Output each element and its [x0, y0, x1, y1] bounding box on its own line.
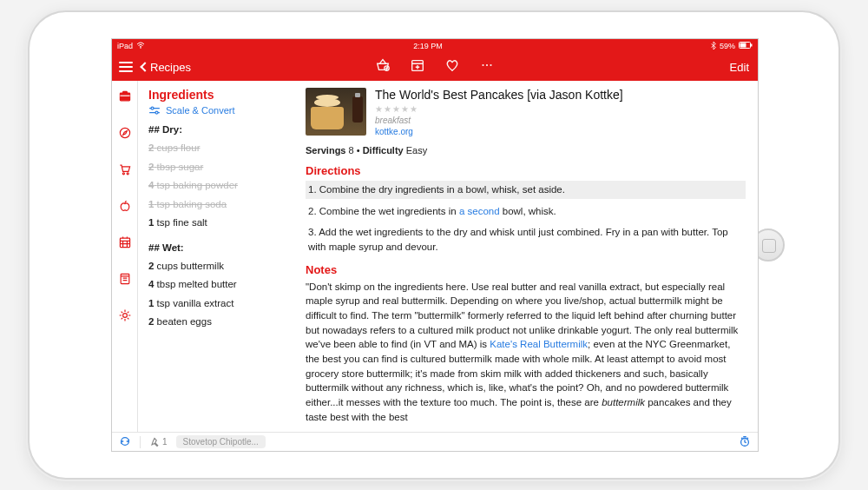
notes-link[interactable]: Kate's Real Buttermilk	[490, 339, 588, 349]
scale-convert-button[interactable]: Scale & Convert	[148, 105, 290, 116]
chevron-left-icon	[140, 62, 149, 71]
ingredient-group-header: ## Wet:	[148, 242, 290, 253]
sidebar	[112, 81, 138, 432]
ingredients-column: Ingredients Scale & Convert ## Dry: 2 cu…	[138, 81, 299, 432]
svg-rect-3	[740, 43, 746, 48]
clock: 2:19 PM	[413, 42, 443, 50]
calendar-add-icon[interactable]	[410, 57, 425, 76]
ingredient-line[interactable]: 2 tbsp sugar	[148, 161, 290, 175]
footer-bar: 1 Stovetop Chipotle...	[112, 432, 758, 451]
wifi-icon	[136, 42, 145, 50]
more-icon[interactable]	[479, 57, 495, 76]
svg-rect-14	[120, 238, 129, 247]
svg-point-6	[482, 64, 483, 66]
directions-header: Directions	[306, 164, 746, 177]
basket-add-icon[interactable]	[375, 57, 391, 76]
battery-percent: 59%	[720, 42, 735, 50]
recipe-header: The World's Best Pancakes [via Jason Kot…	[306, 88, 746, 136]
divider	[140, 436, 141, 448]
svg-point-7	[486, 64, 488, 66]
svg-rect-2	[751, 44, 753, 47]
bluetooth-icon	[711, 42, 716, 51]
recipe-meta: Servings 8 • Difficulty Easy	[306, 145, 746, 156]
recipe-box-icon[interactable]	[118, 89, 132, 107]
rating-stars[interactable]: ★★★★★	[375, 104, 746, 114]
svg-point-12	[122, 173, 124, 175]
recipe-source-link[interactable]: kottke.org	[375, 127, 746, 136]
cart-icon[interactable]	[118, 162, 132, 180]
ingredient-group-header: ## Dry:	[148, 124, 290, 135]
svg-point-17	[151, 107, 154, 109]
browser-icon[interactable]	[118, 126, 132, 143]
screen: iPad 2:19 PM 59%	[111, 38, 759, 452]
sync-icon[interactable]	[119, 435, 131, 449]
ingredient-line[interactable]: 4 tbsp melted butter	[148, 278, 290, 292]
svg-point-13	[127, 173, 128, 175]
calendar-icon[interactable]	[118, 235, 132, 253]
battery-icon	[739, 42, 753, 50]
book-icon[interactable]	[118, 272, 132, 289]
svg-point-8	[490, 64, 491, 66]
back-button[interactable]: Recipes	[141, 61, 191, 74]
pinned-recipe-chip[interactable]: Stovetop Chipotle...	[176, 435, 266, 448]
recipe-categories: breakfast	[375, 116, 746, 125]
edit-button[interactable]: Edit	[730, 61, 749, 74]
apple-icon[interactable]	[118, 199, 132, 216]
direction-step[interactable]: 1. Combine the dry ingredients in a bowl…	[306, 181, 746, 199]
ios-status-bar: iPad 2:19 PM 59%	[112, 39, 758, 53]
ingredients-header: Ingredients	[148, 88, 290, 102]
direction-step[interactable]: 2. Combine the wet ingredients in a seco…	[306, 202, 746, 221]
recipe-photo[interactable]	[306, 88, 366, 136]
content-body: Ingredients Scale & Convert ## Dry: 2 cu…	[112, 81, 758, 432]
heart-icon[interactable]	[444, 57, 460, 76]
ingredient-line[interactable]: 2 beaten eggs	[148, 315, 290, 329]
ingredient-line[interactable]: 1 tsp fine salt	[148, 216, 290, 230]
notes-body: "Don't skimp on the ingredients here. Us…	[306, 280, 746, 425]
direction-link[interactable]: a second	[459, 206, 500, 216]
gear-icon[interactable]	[118, 308, 132, 326]
carrier-label: iPad	[117, 42, 133, 50]
svg-rect-10	[122, 91, 127, 93]
ipad-frame: iPad 2:19 PM 59%	[30, 12, 838, 478]
svg-point-18	[155, 111, 158, 114]
ingredient-line[interactable]: 1 tsp baking soda	[148, 198, 290, 212]
recipe-title: The World's Best Pancakes [via Jason Kot…	[375, 88, 746, 102]
sliders-icon	[148, 106, 161, 115]
svg-point-16	[122, 314, 127, 318]
direction-step[interactable]: 3. Add the wet ingredients to the dry an…	[306, 223, 746, 255]
ingredient-line[interactable]: 4 tsp baking powder	[148, 179, 290, 193]
timer-icon[interactable]	[739, 435, 751, 449]
scale-label: Scale & Convert	[166, 105, 234, 116]
ingredient-line[interactable]: 2 cups flour	[148, 142, 290, 156]
ingredient-line[interactable]: 1 tsp vanilla extract	[148, 297, 290, 311]
back-label: Recipes	[150, 61, 191, 74]
svg-rect-15	[121, 274, 129, 283]
menu-icon[interactable]	[119, 62, 133, 72]
recipe-detail-column: The World's Best Pancakes [via Jason Kot…	[299, 81, 758, 432]
notes-header: Notes	[306, 263, 746, 276]
pin-icon[interactable]: 1	[149, 437, 168, 447]
ingredient-line[interactable]: 2 cups buttermilk	[148, 260, 290, 274]
svg-point-11	[120, 128, 129, 137]
app-navbar: Recipes Edit	[112, 53, 758, 81]
svg-point-0	[140, 47, 141, 49]
